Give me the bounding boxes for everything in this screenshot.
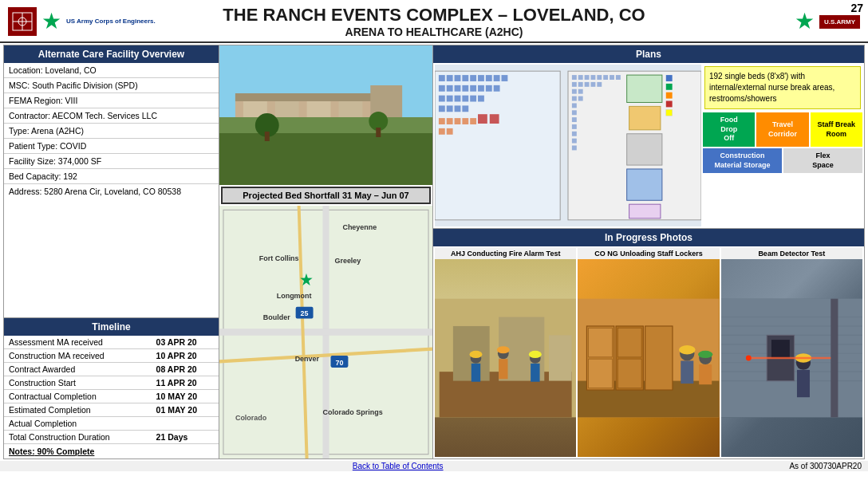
svg-rect-94	[572, 103, 577, 108]
table-row: Type: Arena (A2HC)	[4, 124, 219, 139]
flex-space-room: FlexSpace	[783, 148, 862, 173]
svg-rect-81	[597, 75, 602, 80]
svg-rect-62	[478, 96, 484, 102]
svg-rect-49	[439, 85, 445, 92]
svg-rect-121	[531, 364, 539, 382]
map-area: 70 25 Cheyenne Fort Collins Greeley Long…	[219, 206, 432, 458]
page-header: ★ US Army Corps of Engineers. THE RANCH …	[0, 0, 868, 43]
room-row: FoodDropOff TravelCorridor Staff BreakRo…	[703, 112, 862, 147]
event-label: Contract Awarded	[4, 363, 152, 376]
svg-rect-47	[494, 75, 500, 81]
svg-rect-110	[666, 109, 673, 116]
table-row: Facility Size: 374,000 SF	[4, 154, 219, 169]
svg-point-136	[679, 345, 696, 354]
facility-image	[219, 45, 432, 185]
svg-rect-99	[572, 139, 577, 144]
notes-row: Notes: 90% Complete	[4, 444, 219, 458]
svg-rect-61	[470, 96, 476, 102]
table-row: Construction Start 11 APR 20	[4, 376, 219, 390]
plan-diagram-right: 192 single beds (8'x8') with internal/ex…	[703, 65, 862, 226]
svg-text:★: ★	[299, 270, 314, 289]
svg-point-124	[529, 351, 542, 358]
svg-text:Denver: Denver	[295, 355, 320, 363]
svg-rect-46	[486, 75, 492, 81]
table-row: Contractor: AECOM Tech. Services LLC	[4, 108, 219, 124]
svg-rect-132	[618, 328, 642, 357]
us-army-badge: U.S.ARMY	[819, 15, 860, 29]
svg-rect-117	[471, 364, 480, 382]
table-row: Contractual Completion 10 MAY 20	[4, 390, 219, 403]
svg-text:Longmont: Longmont	[277, 292, 312, 300]
corps-label: US Army Corps of Engineers.	[66, 18, 156, 26]
event-label: Contractual Completion	[4, 390, 152, 403]
svg-text:Fort Collins: Fort Collins	[259, 254, 299, 262]
photo-placeholder-1	[435, 259, 576, 457]
event-label: Construction MA received	[4, 349, 152, 363]
table-row: Construction MA received 10 APR 20	[4, 349, 219, 363]
svg-rect-63	[439, 105, 445, 112]
svg-rect-58	[447, 96, 453, 102]
back-to-toc-link[interactable]: Back to Table of Contents	[353, 462, 444, 470]
svg-rect-48	[502, 75, 508, 81]
svg-rect-44	[470, 75, 476, 81]
svg-rect-95	[572, 110, 577, 115]
photo-label-3: Beam Detector Test	[721, 248, 862, 259]
svg-rect-59	[455, 96, 461, 102]
svg-rect-77	[572, 75, 577, 80]
svg-text:Cheyenne: Cheyenne	[342, 222, 377, 230]
svg-rect-43	[462, 75, 468, 81]
event-date: 11 APR 20	[152, 376, 219, 390]
svg-rect-65	[455, 105, 461, 112]
room-boxes: FoodDropOff TravelCorridor Staff BreakRo…	[703, 112, 862, 173]
logos-left: ★ US Army Corps of Engineers.	[8, 7, 156, 36]
svg-rect-50	[447, 85, 453, 92]
footer: Back to Table of Contents As of 300730AP…	[0, 461, 868, 471]
svg-rect-156	[797, 370, 810, 397]
svg-rect-73	[447, 128, 453, 135]
svg-rect-109	[666, 101, 673, 108]
photos-section: In Progress Photos AHJ Conducting Fire A…	[433, 229, 864, 458]
room-row: ConstructionMaterial Storage FlexSpace	[703, 148, 862, 173]
svg-point-122	[469, 351, 482, 358]
main-content: Alternate Care Facility Overview Locatio…	[3, 45, 865, 459]
svg-rect-96	[572, 117, 577, 122]
svg-rect-107	[666, 84, 673, 90]
event-label: Total Construction Duration	[4, 431, 152, 444]
svg-rect-52	[462, 85, 468, 92]
svg-rect-68	[447, 118, 453, 124]
event-label: Estimated Completion	[4, 403, 152, 417]
svg-rect-78	[578, 75, 583, 80]
event-date: 08 APR 20	[152, 363, 219, 376]
photo-placeholder-2	[578, 259, 719, 457]
svg-rect-89	[597, 82, 602, 87]
svg-text:70: 70	[335, 358, 343, 366]
svg-rect-135	[681, 360, 694, 384]
table-row: MSC: South Pacific Division (SPD)	[4, 78, 219, 93]
overview-header: Alternate Care Facility Overview	[4, 45, 219, 63]
timeline-table: Assessment MA received 03 APR 20 Constru…	[4, 336, 219, 444]
svg-text:Colorado: Colorado	[235, 414, 267, 422]
plans-section: Plans	[433, 45, 864, 229]
timeline-section: Timeline Assessment MA received 03 APR 2…	[4, 318, 219, 458]
staff-break-room: Staff BreakRoom	[811, 112, 862, 147]
svg-text:25: 25	[301, 309, 309, 317]
table-row: Address: 5280 Arena Cir, Loveland, CO 80…	[4, 184, 219, 199]
svg-rect-108	[666, 92, 673, 99]
svg-rect-67	[439, 118, 445, 124]
svg-point-159	[746, 356, 752, 361]
svg-text:Greeley: Greeley	[334, 257, 361, 265]
svg-rect-45	[478, 75, 484, 81]
footer-date: As of 300730APR20	[789, 462, 862, 470]
star-left: ★	[41, 10, 61, 33]
svg-rect-115	[549, 335, 572, 380]
svg-rect-57	[439, 96, 445, 102]
table-row: Assessment MA received 03 APR 20	[4, 336, 219, 349]
table-row: Contract Awarded 08 APR 20	[4, 363, 219, 376]
svg-rect-133	[618, 359, 642, 388]
svg-rect-80	[590, 75, 595, 80]
photos-content: AHJ Conducting Fire Alarm Test	[433, 246, 864, 458]
svg-rect-72	[439, 128, 445, 135]
event-date: 10 MAY 20	[152, 390, 219, 403]
svg-rect-84	[616, 75, 621, 80]
svg-rect-102	[629, 106, 661, 129]
